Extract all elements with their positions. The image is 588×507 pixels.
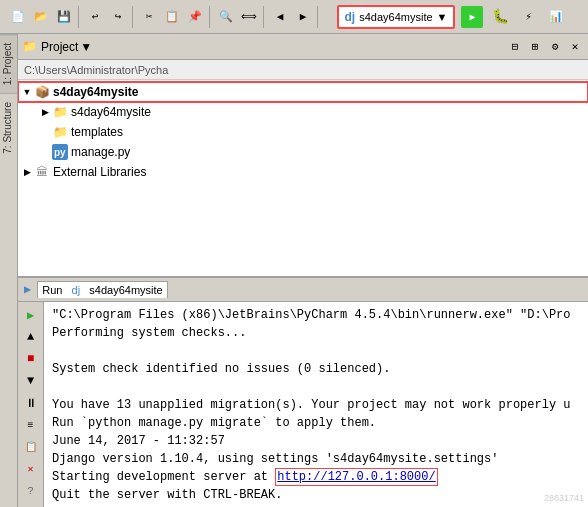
output-line-6: June 14, 2017 - 11:32:57: [52, 432, 580, 450]
edit-toolbar-group: ↩ ↪: [81, 6, 133, 28]
search-button[interactable]: 🔍: [215, 6, 237, 28]
back-button[interactable]: ◀: [269, 6, 291, 28]
collapse-all-button[interactable]: ⊟: [506, 38, 524, 56]
undo-button[interactable]: ↩: [84, 6, 106, 28]
project-panel-dropdown[interactable]: Project ▼: [41, 40, 92, 54]
tree-arrow-root: ▼: [20, 85, 34, 99]
save-button[interactable]: 💾: [53, 6, 75, 28]
project-folder-icon: 📁: [22, 39, 37, 54]
svg-text:py: py: [54, 147, 66, 158]
run-tab-config: s4day64mysite: [89, 284, 162, 296]
run-tab-label: Run: [42, 284, 62, 296]
rerun-button[interactable]: ▶: [21, 305, 41, 325]
output-line-8: Starting development server at http://12…: [52, 468, 580, 486]
pause-button[interactable]: ⏸: [21, 393, 41, 413]
tree-item-s4day64mysite[interactable]: ▶ 📁 s4day64mysite: [18, 102, 588, 122]
tree-label-manage-py: manage.py: [71, 145, 130, 159]
output-line-5: Run `python manage.py migrate` to apply …: [52, 414, 580, 432]
open-button[interactable]: 📂: [30, 6, 52, 28]
panel-dropdown-arrow: ▼: [80, 40, 92, 54]
main-toolbar: 📄 📂 💾 ↩ ↪ ✂ 📋 📌 🔍 ⟺ ◀ ▶ dj s4day64mysite…: [0, 0, 588, 34]
run-panel-icon: ▶: [24, 282, 31, 297]
left-tab-strip: 1: Project 7: Structure: [0, 34, 18, 507]
dj-icon: dj: [345, 10, 356, 24]
tree-item-external-libs[interactable]: ▶ 🏛 External Libraries: [18, 162, 588, 182]
run-content-area: ▶ ▲ ■ ▼ ⏸ ≡ 📋 ✕ ? "C:\Program Files (x86…: [18, 302, 588, 507]
run-output: "C:\Program Files (x86)\JetBrains\PyChar…: [44, 302, 588, 507]
output-line-blank-1: [52, 342, 580, 360]
output-line-3: System check identified no issues (0 sil…: [52, 360, 580, 378]
output-line-7: Django version 1.10.4, using settings 's…: [52, 450, 580, 468]
tree-label-external-libs: External Libraries: [53, 165, 146, 179]
python-file-icon: py: [52, 144, 68, 160]
output-line-blank-2: [52, 378, 580, 396]
folder-icon-s4: 📁: [52, 104, 68, 120]
forward-button[interactable]: ▶: [292, 6, 314, 28]
project-icon: 📦: [34, 84, 50, 100]
scroll-up-button[interactable]: ▲: [21, 327, 41, 347]
show-options-button[interactable]: ⊞: [526, 38, 544, 56]
copy-output-button[interactable]: 📋: [21, 437, 41, 457]
tree-item-root[interactable]: ▼ 📦 s4day64mysite: [18, 82, 588, 102]
debug-button[interactable]: 🐛: [489, 6, 511, 28]
output-line-9: Quit the server with CTRL-BREAK.: [52, 486, 580, 504]
close-run-button[interactable]: ✕: [21, 459, 41, 479]
file-toolbar-group: 📄 📂 💾: [4, 6, 79, 28]
replace-button[interactable]: ⟺: [238, 6, 260, 28]
library-icon: 🏛: [34, 164, 50, 180]
settings-button[interactable]: ⚙: [546, 38, 564, 56]
tree-label-templates: templates: [71, 125, 123, 139]
output-line-4: You have 13 unapplied migration(s). Your…: [52, 396, 580, 414]
sidebar-item-project[interactable]: 1: Project: [0, 34, 17, 93]
run-config-dropdown[interactable]: dj s4day64mysite ▼: [337, 5, 456, 29]
run-toolbar: ▶ ▲ ■ ▼ ⏸ ≡ 📋 ✕ ?: [18, 302, 44, 507]
cut-button[interactable]: ✂: [138, 6, 160, 28]
copy-button[interactable]: 📋: [161, 6, 183, 28]
breadcrumb: C:\Users\Administrator\Pycha: [18, 60, 588, 80]
scroll-down-button[interactable]: ▼: [21, 371, 41, 391]
soft-wrap-button[interactable]: ≡: [21, 415, 41, 435]
tree-arrow-s4: ▶: [38, 105, 52, 119]
main-content: 1: Project 7: Structure 📁 Project ▼ ⊟ ⊞ …: [0, 34, 588, 507]
panel-title-area: 📁 Project ▼: [22, 39, 502, 54]
project-section: 📁 Project ▼ ⊟ ⊞ ⚙ ✕ C:\Users\Administrat…: [18, 34, 588, 277]
tree-arrow-manage: [38, 145, 52, 159]
redo-button[interactable]: ↪: [107, 6, 129, 28]
paste-button[interactable]: 📌: [184, 6, 206, 28]
dropdown-arrow-icon: ▼: [437, 11, 448, 23]
profile-button[interactable]: ⚡: [517, 6, 539, 28]
stop-button[interactable]: ■: [21, 349, 41, 369]
panel-actions: ⊟ ⊞ ⚙ ✕: [506, 38, 584, 56]
watermark: 28631741: [544, 493, 584, 503]
run-panel-header: ▶ Run dj s4day64mysite: [18, 278, 588, 302]
tree-label-root: s4day64mysite: [53, 85, 138, 99]
run-tab[interactable]: Run dj s4day64mysite: [37, 281, 167, 298]
breadcrumb-path: C:\Users\Administrator\Pycha: [24, 64, 168, 76]
close-panel-button[interactable]: ✕: [566, 38, 584, 56]
coverage-button[interactable]: 📊: [545, 6, 567, 28]
run-button[interactable]: [461, 6, 483, 28]
tree-label-s4: s4day64mysite: [71, 105, 151, 119]
run-config-name: s4day64mysite: [359, 11, 432, 23]
run-tab-icon: dj: [72, 284, 81, 296]
tree-arrow-libs: ▶: [20, 165, 34, 179]
output-line-2: Performing system checks...: [52, 324, 580, 342]
help-button[interactable]: ?: [21, 481, 41, 501]
tree-item-manage-py[interactable]: py manage.py: [18, 142, 588, 162]
output-line-1: "C:\Program Files (x86)\JetBrains\PyChar…: [52, 306, 580, 324]
sidebar-item-structure[interactable]: 7: Structure: [0, 93, 17, 162]
search-toolbar-group: 🔍 ⟺: [212, 6, 264, 28]
project-tree: ▼ 📦 s4day64mysite ▶ 📁 s4day64mysite 📁 te…: [18, 80, 588, 277]
tree-item-templates[interactable]: 📁 templates: [18, 122, 588, 142]
run-panel: ▶ Run dj s4day64mysite ▶ ▲ ■ ▼ ⏸ ≡: [18, 277, 588, 507]
center-panel: 📁 Project ▼ ⊟ ⊞ ⚙ ✕ C:\Users\Administrat…: [18, 34, 588, 507]
clipboard-toolbar-group: ✂ 📋 📌: [135, 6, 210, 28]
folder-icon-templates: 📁: [52, 124, 68, 140]
server-url-link[interactable]: http://127.0.0.1:8000/: [275, 468, 437, 486]
project-panel-header: 📁 Project ▼ ⊟ ⊞ ⚙ ✕: [18, 34, 588, 60]
new-button[interactable]: 📄: [7, 6, 29, 28]
nav-toolbar-group: ◀ ▶: [266, 6, 318, 28]
tree-arrow-templates: [38, 125, 52, 139]
panel-title-label: Project: [41, 40, 78, 54]
